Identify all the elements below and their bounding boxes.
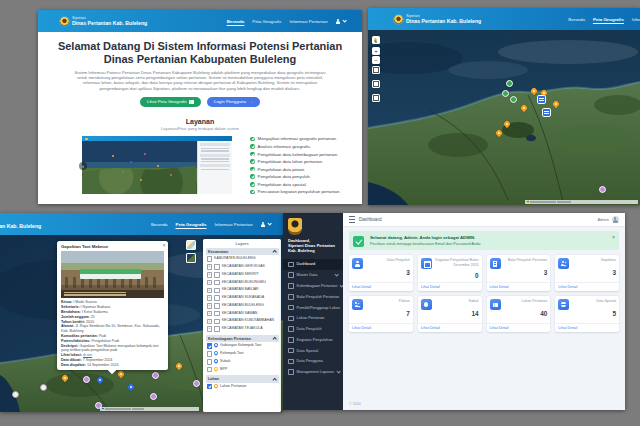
- checkbox[interactable]: [214, 288, 220, 294]
- checkbox[interactable]: [207, 359, 213, 365]
- expand-icon[interactable]: [207, 288, 213, 294]
- login-button[interactable]: Login Pengguna: [207, 97, 260, 107]
- sidebar-item-management-laporan[interactable]: Management Laporan: [283, 367, 343, 378]
- detail-link[interactable]: Lihat Detail: [421, 326, 440, 330]
- map-marker-white[interactable]: [12, 391, 19, 398]
- checkbox[interactable]: [214, 272, 220, 278]
- sidebar-item-kelembagaan[interactable]: Kelembagaan Pertanian: [283, 281, 343, 292]
- user-menu[interactable]: [336, 19, 346, 24]
- expand-icon[interactable]: [207, 295, 213, 301]
- checkbox[interactable]: [214, 311, 220, 317]
- expand-icon[interactable]: [207, 272, 213, 278]
- sidebar-item-master-data[interactable]: Master Data: [283, 270, 343, 281]
- detail-link[interactable]: Lihat Detail: [352, 326, 371, 330]
- nav-item-peta-geografis[interactable]: Peta Geografis: [252, 19, 281, 24]
- brand[interactable]: Sipetani Dinas Pertanian Kab. Buleleng: [60, 16, 147, 26]
- expand-icon[interactable]: [207, 326, 213, 332]
- checkbox[interactable]: [214, 280, 220, 286]
- zoom-in-button[interactable]: [372, 47, 380, 55]
- user-menu[interactable]: [261, 222, 271, 227]
- nav-item-informasi-pertanian[interactable]: Informasi Pertanian: [215, 222, 253, 227]
- sidebar-item-data-spasial[interactable]: Data Spasial: [283, 345, 343, 356]
- map-marker-green[interactable]: [506, 80, 513, 87]
- checkbox[interactable]: [214, 303, 220, 309]
- layer-row[interactable]: KECAMATAN SERIRIT: [206, 271, 279, 279]
- brand[interactable]: Sipetani Dinas Pertanian Kab. Buleleng: [394, 14, 481, 24]
- layer-row[interactable]: KECAMATAN BUSUNGBIU: [206, 279, 279, 287]
- map-marker-purple[interactable]: [152, 372, 159, 379]
- layer-row[interactable]: KECAMATAN GEROKGAK: [206, 263, 279, 271]
- sidebar-item-kegiatan-penyuluhan[interactable]: Kegiatan Penyuluhan: [283, 334, 343, 345]
- layer-row[interactable]: Subak: [206, 358, 279, 366]
- expand-icon[interactable]: [207, 280, 213, 286]
- sidebar-item-dashboard[interactable]: Dashboard: [283, 259, 343, 270]
- brand[interactable]: Sipetani Dinas Pertanian Kab. Buleleng: [0, 219, 41, 229]
- layer-row[interactable]: KECAMATAN SUKASADA: [206, 294, 279, 302]
- nav-item-beranda[interactable]: Beranda: [227, 19, 245, 24]
- map-canvas[interactable]: [368, 30, 640, 205]
- checkbox-checked[interactable]: [207, 384, 213, 390]
- layer-row[interactable]: Kelompok Tani: [206, 350, 279, 358]
- layer-row[interactable]: KECAMATAN BANJAR: [206, 286, 279, 294]
- section-kecamatan[interactable]: Kecamatan: [206, 248, 279, 255]
- layer-row[interactable]: KABUPATEN BULELENG: [206, 255, 279, 263]
- layer-row[interactable]: KECAMATAN BULELENG: [206, 302, 279, 310]
- checkbox[interactable]: [207, 367, 213, 373]
- checkbox[interactable]: [214, 319, 220, 325]
- map-marker-green[interactable]: [502, 90, 509, 97]
- expand-icon[interactable]: [207, 311, 213, 317]
- detail-link[interactable]: Lihat Detail: [558, 285, 577, 289]
- map-canvas[interactable]: × Gapoktan Tani Makmur Ketua: I Made Sua…: [0, 235, 283, 412]
- extent-button[interactable]: [372, 66, 380, 74]
- user-menu[interactable]: Admin: [597, 216, 619, 224]
- location-link[interactable]: di sini: [83, 353, 92, 357]
- expand-icon[interactable]: [207, 264, 213, 270]
- detail-link[interactable]: Lihat Detail: [421, 285, 440, 289]
- checkbox[interactable]: [214, 264, 220, 270]
- expand-icon[interactable]: [207, 319, 213, 325]
- expand-icon[interactable]: [207, 303, 213, 309]
- layer-row[interactable]: KECAMATAN SAWAN: [206, 310, 279, 318]
- sidebar-item-pemilik-lahan[interactable]: Pemilik/Penggarap Lahan: [283, 302, 343, 313]
- checkbox[interactable]: [207, 256, 213, 262]
- layer-row[interactable]: Gabungan Kelompok Tani: [206, 342, 279, 350]
- checkbox-checked[interactable]: [207, 343, 213, 349]
- close-icon[interactable]: ×: [612, 234, 615, 240]
- basemap-street-button[interactable]: [186, 240, 196, 250]
- map-marker-cluster[interactable]: [542, 108, 551, 117]
- detail-link[interactable]: Lihat Detail: [352, 285, 371, 289]
- detail-link[interactable]: Lihat Detail: [490, 285, 509, 289]
- detail-link[interactable]: Lihat Detail: [558, 326, 577, 330]
- section-kelembagaan[interactable]: Kelembagaan Pertanian: [206, 335, 279, 342]
- layer-row[interactable]: Lahan Pertanian: [206, 383, 279, 391]
- hamburger-icon[interactable]: [349, 216, 355, 223]
- map-marker-purple[interactable]: [599, 186, 606, 193]
- nav-item-peta-geografis[interactable]: Peta Geografis: [176, 222, 207, 227]
- map-marker-purple[interactable]: [83, 376, 90, 383]
- nav-item-beranda[interactable]: Beranda: [568, 17, 585, 22]
- checkbox[interactable]: [214, 295, 220, 301]
- layer-row[interactable]: KECAMATAN KUBUTAMBAHAN: [206, 317, 279, 325]
- measure-button[interactable]: [372, 80, 380, 88]
- map-marker-green[interactable]: [510, 96, 517, 103]
- checkbox[interactable]: [214, 326, 220, 332]
- zoom-out-button[interactable]: [372, 56, 380, 64]
- map-marker-cluster[interactable]: [537, 95, 546, 104]
- map-marker-purple[interactable]: [193, 380, 200, 387]
- sidebar-item-data-pengguna[interactable]: Data Pengguna: [283, 356, 343, 367]
- map-marker-purple[interactable]: [150, 393, 157, 400]
- section-lahan[interactable]: Lahan: [206, 375, 279, 382]
- map-marker-white[interactable]: [40, 384, 47, 391]
- sidebar-item-balai-penyuluh[interactable]: Balai Penyuluh Pertanian: [283, 291, 343, 302]
- view-map-button[interactable]: Lihat Peta Geografis: [140, 97, 201, 107]
- nav-item-informasi-pertanian[interactable]: Informasi Pertanian: [290, 19, 328, 24]
- sidebar-item-lahan-pertanian[interactable]: Lahan Pertanian: [283, 313, 343, 324]
- close-icon[interactable]: ×: [163, 243, 166, 248]
- detail-link[interactable]: Lihat Detail: [490, 326, 509, 330]
- layer-row[interactable]: BPP: [206, 366, 279, 374]
- nav-item-beranda[interactable]: Beranda: [151, 222, 168, 227]
- checkbox[interactable]: [207, 351, 213, 357]
- sidebar-item-data-penyuluh[interactable]: Data Penyuluh: [283, 324, 343, 335]
- layer-row[interactable]: KECAMATAN TEJAKULA: [206, 325, 279, 333]
- nav-item-peta-geografis[interactable]: Peta Geografis: [593, 17, 624, 22]
